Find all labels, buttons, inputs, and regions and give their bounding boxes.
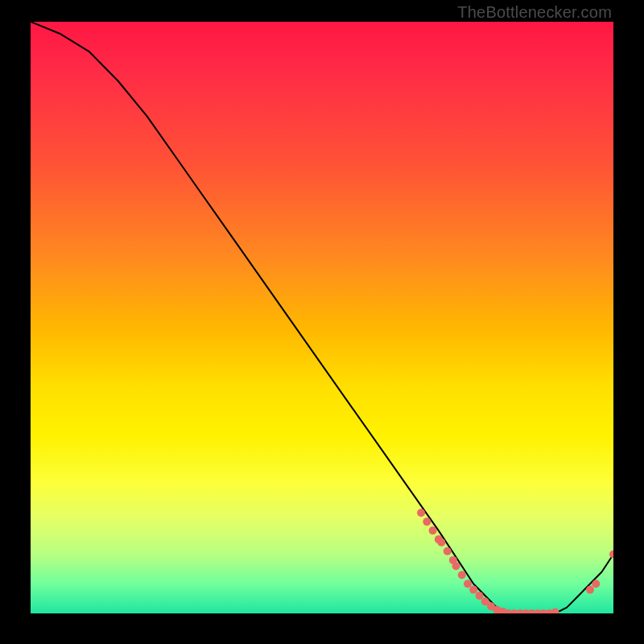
svg-point-8 [458, 571, 466, 579]
svg-point-0 [417, 509, 425, 517]
svg-point-10 [469, 586, 477, 594]
svg-point-2 [429, 526, 437, 535]
svg-point-7 [452, 562, 460, 570]
curve-layer [31, 22, 613, 613]
svg-point-26 [592, 580, 600, 588]
svg-point-11 [476, 592, 484, 600]
svg-point-27 [609, 551, 613, 559]
plot-area [31, 22, 613, 613]
credit-link[interactable]: TheBottlenecker.com [457, 3, 612, 22]
svg-point-1 [423, 518, 431, 526]
highlighted-points [417, 509, 613, 613]
svg-point-5 [444, 547, 452, 555]
svg-point-9 [464, 580, 472, 588]
chart-stage: TheBottlenecker.com [0, 0, 644, 644]
svg-point-24 [551, 609, 559, 614]
svg-point-25 [586, 586, 594, 594]
svg-point-4 [437, 539, 445, 547]
bottleneck-curve [31, 22, 613, 613]
